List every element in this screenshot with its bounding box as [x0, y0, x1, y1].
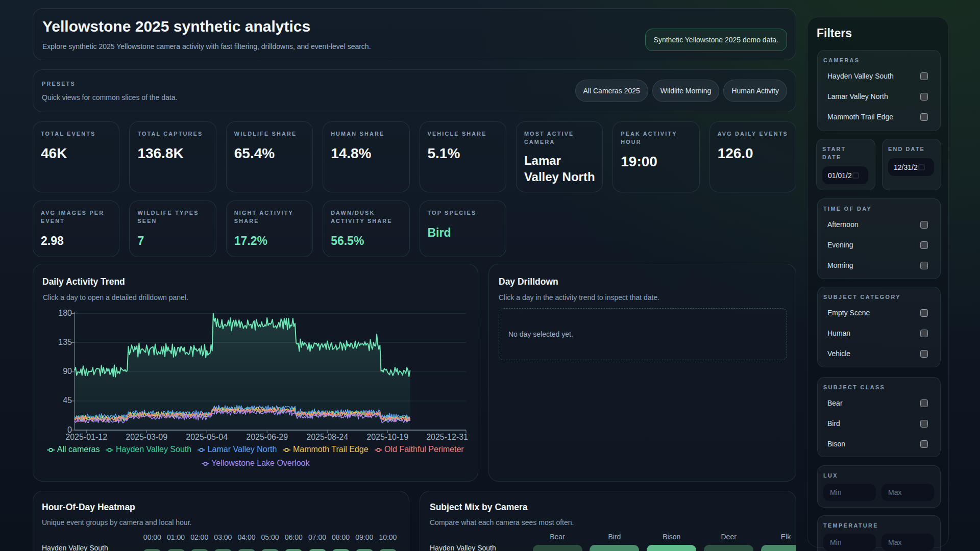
svg-text:2025-12-31: 2025-12-31 [426, 433, 468, 441]
svg-text:2025-08-24: 2025-08-24 [306, 433, 348, 441]
svg-text:135: 135 [58, 338, 72, 346]
svg-text:2025-05-04: 2025-05-04 [186, 433, 228, 441]
svg-text:2025-06-29: 2025-06-29 [246, 433, 288, 441]
svg-text:45: 45 [63, 396, 72, 405]
svg-text:90: 90 [63, 367, 72, 375]
svg-text:2025-03-09: 2025-03-09 [126, 433, 167, 441]
svg-text:2025-10-19: 2025-10-19 [366, 433, 408, 441]
svg-text:180: 180 [58, 309, 72, 317]
svg-text:2025-01-12: 2025-01-12 [65, 433, 107, 441]
